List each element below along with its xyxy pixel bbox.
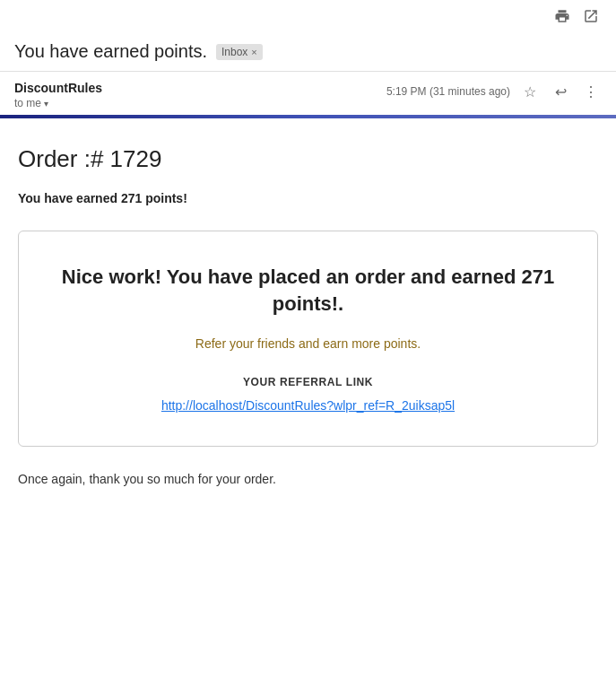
card-headline: Nice work! You have placed an order and … [46,264,570,317]
open-in-new-icon[interactable] [580,5,602,27]
subject-bar: You have earned points. Inbox × [0,29,616,72]
email-subject: You have earned points. [14,41,207,62]
order-number: Order :# 1729 [18,145,598,173]
earned-points-text: You have earned 271 points! [18,191,598,205]
to-me-label[interactable]: to me ▾ [14,97,102,109]
email-timestamp: 5:19 PM (31 minutes ago) [386,85,510,98]
inbox-badge-label: Inbox [221,46,247,58]
more-options-icon[interactable]: ⋮ [580,81,602,102]
refer-text: Refer your friends and earn more points. [46,336,570,351]
referral-section-label: YOUR REFERRAL LINK [46,376,570,388]
star-icon[interactable]: ☆ [519,81,541,102]
inbox-badge-close[interactable]: × [251,47,256,57]
to-me-chevron-icon: ▾ [44,99,48,109]
thank-you-text: Once again, thank you so much for your o… [18,472,598,486]
sender-actions: 5:19 PM (31 minutes ago) ☆ ↩ ⋮ [386,81,602,102]
sender-row: DiscountRules to me ▾ 5:19 PM (31 minute… [0,72,616,115]
reply-icon[interactable]: ↩ [550,81,571,102]
print-icon[interactable] [551,5,573,27]
top-icon-bar [0,0,616,29]
email-body: Order :# 1729 You have earned 271 points… [0,118,616,504]
sender-info: DiscountRules to me ▾ [14,81,102,109]
inbox-badge[interactable]: Inbox × [216,44,263,60]
sender-name: DiscountRules [14,81,102,95]
referral-link[interactable]: http://localhost/DiscountRules?wlpr_ref=… [161,398,455,413]
points-card: Nice work! You have placed an order and … [18,231,598,447]
